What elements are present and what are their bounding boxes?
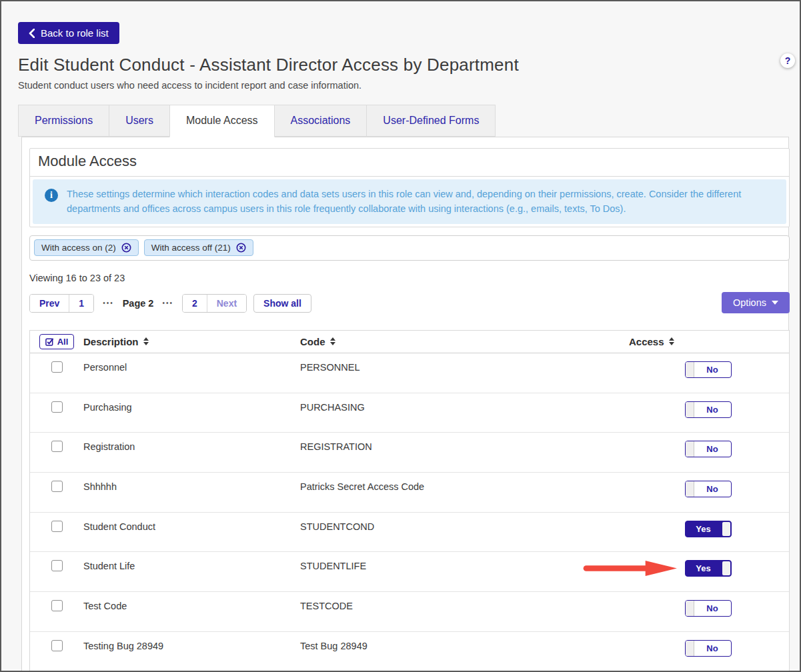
table-row: Test Code TESTCODE No (30, 592, 789, 632)
toggle-knob (722, 522, 730, 536)
row-code: Test Bug 28949 (300, 641, 367, 651)
back-button-label: Back to role list (41, 27, 109, 39)
back-to-role-list-button[interactable]: Back to role list (18, 22, 119, 44)
pagination-next-group: 2 Next (182, 294, 247, 313)
pagination-ellipsis: ••• (162, 299, 173, 307)
row-description: Testing Bug 28949 (83, 641, 163, 651)
row-description: Student Conduct (83, 521, 155, 532)
row-code: STUDENTCOND (300, 521, 374, 532)
row-code: PERSONNEL (300, 362, 359, 373)
toggle-knob (686, 481, 694, 497)
filter-chip-access-off: With access off (21) (144, 239, 253, 256)
row-code: STUDENTLIFE (300, 561, 366, 571)
row-description: Test Code (83, 601, 127, 611)
page-2-button[interactable]: 2 (183, 295, 207, 312)
help-icon[interactable]: ? (780, 53, 795, 68)
row-description: Purchasing (83, 402, 132, 413)
access-toggle[interactable]: Yes (685, 521, 732, 537)
table-row: Personnel PERSONNEL No (30, 353, 789, 393)
filter-chip-access-on: With access on (2) (34, 239, 139, 256)
current-page-label: Page 2 (123, 298, 154, 309)
row-checkbox[interactable] (51, 640, 63, 651)
row-checkbox[interactable] (51, 560, 63, 571)
column-header-code[interactable]: Code (300, 336, 627, 347)
select-all-label: All (57, 337, 69, 347)
filter-chip-label: With access on (2) (41, 243, 116, 253)
tab-users[interactable]: Users (109, 105, 170, 137)
toggle-label: No (694, 601, 731, 616)
pagination-prev-group: Prev 1 (29, 294, 94, 313)
page-1-button[interactable]: 1 (69, 295, 93, 312)
access-toggle[interactable]: No (685, 640, 732, 657)
show-all-button[interactable]: Show all (253, 294, 311, 313)
column-header-access[interactable]: Access (629, 336, 674, 347)
pagination-bar: Prev 1 ••• Page 2 ••• 2 Next Show all Op… (29, 292, 790, 315)
table-body: Personnel PERSONNEL No Purchasing PURCHA… (30, 353, 789, 672)
caret-down-icon (772, 301, 778, 305)
row-description: Registration (83, 441, 135, 452)
remove-filter-icon[interactable] (121, 243, 131, 253)
info-banner: i These settings determine which interac… (33, 179, 786, 224)
row-code: Patricks Secret Access Code (300, 481, 424, 492)
row-checkbox[interactable] (51, 600, 63, 611)
sort-icon (669, 337, 674, 345)
prev-page-button[interactable]: Prev (30, 295, 69, 312)
page-subtitle: Student conduct users who need access to… (18, 80, 800, 91)
viewing-status: Viewing 16 to 23 of 23 (29, 273, 790, 283)
sort-icon (330, 337, 335, 345)
table-row: Student Life STUDENTLIFE Yes (30, 552, 789, 592)
filter-chips-container: With access on (2) With access off (21) (29, 235, 790, 261)
toggle-label: Yes (686, 521, 722, 537)
toggle-knob (686, 601, 694, 616)
toggle-label: No (694, 362, 731, 377)
toggle-knob (722, 561, 730, 575)
table-row: Student Conduct STUDENTCOND Yes (30, 513, 789, 553)
content-panel: Module Access i These settings determine… (21, 137, 789, 672)
sort-icon (143, 337, 149, 345)
pagination-ellipsis: ••• (103, 299, 114, 307)
row-checkbox[interactable] (51, 401, 63, 413)
options-label: Options (733, 297, 766, 308)
remove-filter-icon[interactable] (236, 243, 246, 253)
row-checkbox[interactable] (51, 481, 63, 492)
section-heading: Module Access (30, 149, 789, 177)
column-header-description[interactable]: Description (83, 336, 300, 347)
select-all-button[interactable]: All (39, 334, 75, 349)
access-toggle[interactable]: No (685, 361, 732, 378)
tab-permissions[interactable]: Permissions (18, 105, 109, 137)
highlight-arrow-icon (582, 559, 679, 580)
page-title: Edit Student Conduct - Assistant Directo… (18, 55, 800, 75)
tab-bar: PermissionsUsersModule AccessAssociation… (18, 105, 800, 137)
access-toggle[interactable]: No (685, 481, 732, 497)
options-button[interactable]: Options (722, 292, 790, 313)
toggle-knob (686, 402, 694, 417)
tab-user-defined-forms[interactable]: User-Defined Forms (366, 105, 496, 137)
next-page-button[interactable]: Next (207, 295, 246, 312)
chevron-left-icon (29, 29, 35, 38)
row-description: Shhhhh (83, 481, 117, 492)
row-description: Student Life (83, 561, 135, 571)
access-toggle[interactable]: Yes (685, 560, 732, 577)
row-checkbox[interactable] (51, 521, 63, 532)
app-window: Back to role list ? Edit Student Conduct… (0, 0, 801, 672)
toggle-label: No (694, 641, 731, 656)
module-access-section: Module Access i These settings determine… (29, 148, 790, 227)
access-toggle[interactable]: No (685, 441, 732, 457)
info-icon: i (45, 189, 58, 202)
row-description: Personnel (83, 362, 127, 373)
access-toggle[interactable]: No (685, 401, 732, 418)
access-toggle[interactable]: No (685, 600, 732, 617)
row-code: TESTCODE (300, 601, 353, 611)
tab-associations[interactable]: Associations (274, 105, 367, 137)
row-code: PURCHASING (300, 402, 365, 413)
module-access-table: All Description Code (29, 330, 790, 672)
row-checkbox[interactable] (51, 441, 63, 452)
toggle-label: No (694, 402, 731, 417)
tab-module-access[interactable]: Module Access (169, 105, 275, 137)
toggle-knob (686, 441, 694, 457)
row-checkbox[interactable] (51, 361, 63, 373)
toggle-label: No (694, 441, 731, 457)
toggle-knob (686, 641, 694, 656)
table-row: Purchasing PURCHASING No (30, 393, 789, 433)
filter-chip-label: With access off (21) (151, 243, 231, 253)
